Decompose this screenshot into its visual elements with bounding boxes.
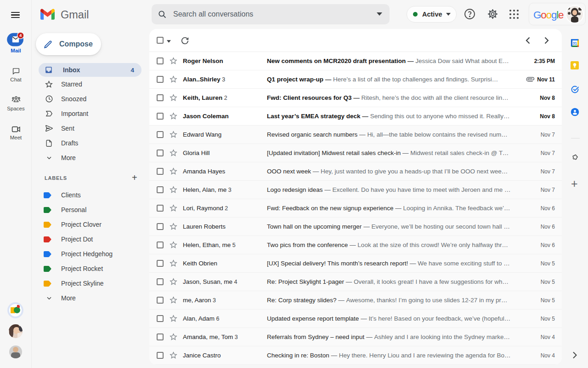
svg-text:31: 31 xyxy=(573,41,577,46)
svg-text:4: 4 xyxy=(19,33,22,38)
